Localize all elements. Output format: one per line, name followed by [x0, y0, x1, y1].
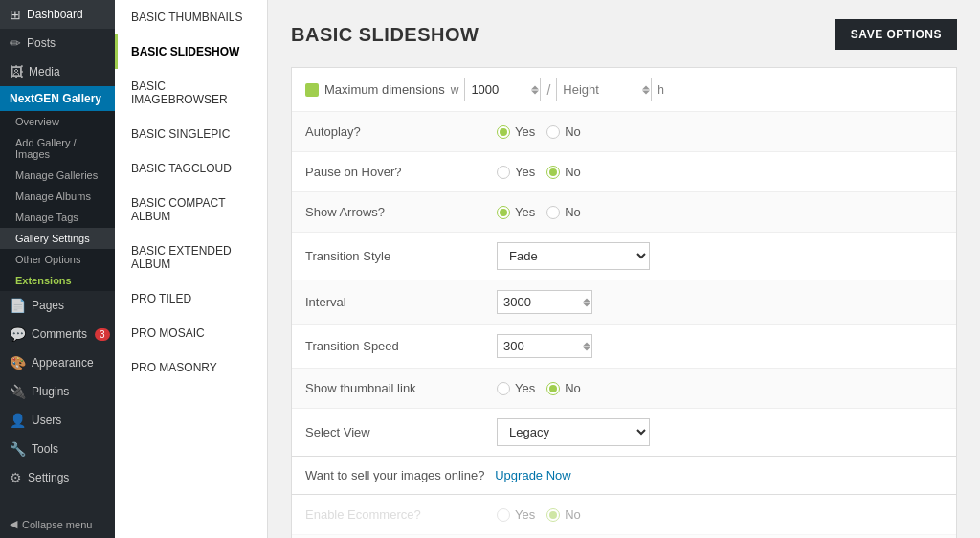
- sidebar-item-users[interactable]: 👤 Users: [0, 406, 115, 435]
- max-dimensions-checkbox[interactable]: [305, 83, 319, 97]
- ecommerce-yes-radio[interactable]: [497, 508, 510, 522]
- interval-up-arrow[interactable]: [583, 298, 590, 302]
- pause-on-hover-row: Pause on Hover? Yes No: [292, 152, 956, 192]
- plugins-icon: 🔌: [10, 384, 26, 399]
- mid-nav-basic-tagcloud[interactable]: BASIC TAGCLOUD: [115, 151, 267, 186]
- mid-nav-basic-slideshow[interactable]: BASIC SLIDESHOW: [115, 34, 267, 69]
- collapse-menu-button[interactable]: ◀ Collapse menu: [0, 510, 115, 538]
- pause-no-option[interactable]: No: [546, 165, 581, 179]
- interval-label: Interval: [305, 295, 497, 309]
- upgrade-link[interactable]: Upgrade Now: [495, 468, 571, 482]
- sidebar: ⊞ Dashboard ✏ Posts 🖼 Media NextGEN Gall…: [0, 0, 115, 538]
- mid-nav-pro-tiled[interactable]: PRO TILED: [115, 281, 267, 316]
- autoplay-no-radio[interactable]: [546, 125, 560, 139]
- main-header: BASIC SLIDESHOW SAVE OPTIONS: [291, 19, 957, 50]
- show-arrows-label: Show Arrows?: [305, 205, 497, 219]
- main-content: BASIC SLIDESHOW SAVE OPTIONS Maximum dim…: [268, 0, 980, 538]
- sidebar-item-overview[interactable]: Overview: [0, 111, 115, 132]
- dashboard-icon: ⊞: [10, 7, 21, 22]
- max-dimensions-label: Maximum dimensions: [324, 82, 445, 97]
- pause-yes-option[interactable]: Yes: [497, 165, 535, 179]
- autoplay-yes-option[interactable]: Yes: [497, 124, 535, 139]
- width-input[interactable]: [464, 78, 541, 101]
- thumbnail-link-no-option[interactable]: No: [546, 381, 581, 395]
- transition-speed-row: Transition Speed: [292, 325, 956, 369]
- thumbnail-link-label: Show thumbnail link: [305, 381, 497, 395]
- select-view-label: Select View: [305, 425, 497, 439]
- sidebar-item-appearance[interactable]: 🎨 Appearance: [0, 348, 115, 377]
- mid-nav-basic-compact-album[interactable]: BASIC COMPACT ALBUM: [115, 186, 267, 234]
- sidebar-item-tools[interactable]: 🔧 Tools: [0, 435, 115, 463]
- transition-style-select[interactable]: Fade Slide None: [497, 242, 650, 270]
- sidebar-item-add-gallery[interactable]: Add Gallery / Images: [0, 132, 115, 165]
- sidebar-item-manage-tags[interactable]: Manage Tags: [0, 207, 115, 228]
- settings-icon: ⚙: [10, 470, 22, 485]
- height-input[interactable]: [556, 78, 652, 101]
- speed-up-arrow[interactable]: [583, 342, 590, 346]
- thumbnail-link-control: Yes No: [497, 381, 943, 395]
- ecommerce-control: Yes No: [497, 507, 943, 522]
- interval-down-arrow[interactable]: [583, 303, 590, 306]
- width-input-wrap: [464, 78, 541, 101]
- pause-yes-radio[interactable]: [497, 166, 510, 179]
- sidebar-item-manage-galleries[interactable]: Manage Galleries: [0, 165, 115, 186]
- sidebar-item-nextgen[interactable]: NextGEN Gallery: [0, 86, 115, 111]
- sidebar-item-other-options[interactable]: Other Options: [0, 249, 115, 270]
- arrows-no-radio[interactable]: [546, 206, 560, 219]
- width-up-arrow[interactable]: [531, 85, 539, 89]
- mid-nav-basic-extended-album[interactable]: BASIC EXTENDED ALBUM: [115, 234, 267, 281]
- arrows-no-option[interactable]: No: [546, 205, 581, 219]
- users-icon: 👤: [10, 413, 26, 428]
- autoplay-no-option[interactable]: No: [546, 124, 581, 139]
- mid-nav-pro-mosaic[interactable]: PRO MOSAIC: [115, 316, 267, 350]
- interval-control: [497, 290, 943, 314]
- show-arrows-row: Show Arrows? Yes No: [292, 192, 956, 233]
- mid-nav-basic-singlepic[interactable]: BASIC SINGLEPIC: [115, 117, 267, 151]
- pause-on-hover-label: Pause on Hover?: [305, 165, 497, 179]
- mid-nav-pro-masonry[interactable]: PRO MASONRY: [115, 350, 267, 385]
- ecommerce-yes-option[interactable]: Yes: [497, 507, 535, 522]
- width-down-arrow[interactable]: [531, 90, 539, 94]
- media-icon: 🖼: [10, 64, 23, 79]
- select-view-control: Legacy Default: [497, 418, 943, 446]
- appearance-icon: 🎨: [10, 355, 26, 370]
- upgrade-row: Want to sell your images online? Upgrade…: [291, 457, 957, 495]
- thumbnail-link-yes-option[interactable]: Yes: [497, 381, 535, 395]
- mid-nav-basic-imagebrowser[interactable]: BASIC IMAGEBROWSER: [115, 69, 267, 117]
- transition-speed-input[interactable]: [497, 334, 592, 358]
- posts-icon: ✏: [10, 35, 21, 51]
- ecommerce-label: Enable Ecommerce?: [305, 507, 497, 522]
- arrows-yes-option[interactable]: Yes: [497, 205, 535, 219]
- transition-style-row: Transition Style Fade Slide None: [292, 233, 956, 280]
- dim-slash: /: [546, 82, 550, 98]
- sidebar-item-manage-albums[interactable]: Manage Albums: [0, 186, 115, 207]
- sidebar-item-extensions[interactable]: Extensions: [0, 270, 115, 291]
- speed-down-arrow[interactable]: [583, 347, 590, 350]
- height-down-arrow[interactable]: [642, 90, 650, 94]
- thumbnail-link-yes-radio[interactable]: [497, 382, 510, 395]
- ecommerce-no-option[interactable]: No: [546, 507, 581, 522]
- pause-no-radio[interactable]: [546, 166, 560, 179]
- autoplay-row: Autoplay? Yes No: [292, 112, 956, 152]
- show-arrows-control: Yes No: [497, 205, 943, 219]
- mid-nav-basic-thumbnails[interactable]: BASIC THUMBNAILS: [115, 0, 267, 34]
- sidebar-item-pages[interactable]: 📄 Pages: [0, 291, 115, 320]
- thumbnail-link-no-radio[interactable]: [546, 382, 560, 395]
- select-view-select[interactable]: Legacy Default: [497, 418, 650, 446]
- sidebar-item-media[interactable]: 🖼 Media: [0, 57, 115, 86]
- select-view-row: Select View Legacy Default: [292, 409, 956, 456]
- sidebar-item-gallery-settings[interactable]: Gallery Settings: [0, 228, 115, 249]
- comments-icon: 💬: [10, 326, 26, 342]
- sidebar-item-settings[interactable]: ⚙ Settings: [0, 463, 115, 492]
- sidebar-item-comments[interactable]: 💬 Comments 3: [0, 320, 115, 348]
- thumbnail-link-row: Show thumbnail link Yes No: [292, 369, 956, 409]
- interval-input[interactable]: [497, 290, 592, 314]
- sidebar-item-plugins[interactable]: 🔌 Plugins: [0, 377, 115, 406]
- arrows-yes-radio[interactable]: [497, 206, 510, 219]
- autoplay-yes-radio[interactable]: [497, 125, 510, 139]
- ecommerce-no-radio[interactable]: [546, 508, 560, 522]
- sidebar-item-dashboard[interactable]: ⊞ Dashboard: [0, 0, 115, 29]
- sidebar-item-posts[interactable]: ✏ Posts: [0, 29, 115, 57]
- height-up-arrow[interactable]: [642, 85, 650, 89]
- save-options-button[interactable]: SAVE OPTIONS: [835, 19, 957, 50]
